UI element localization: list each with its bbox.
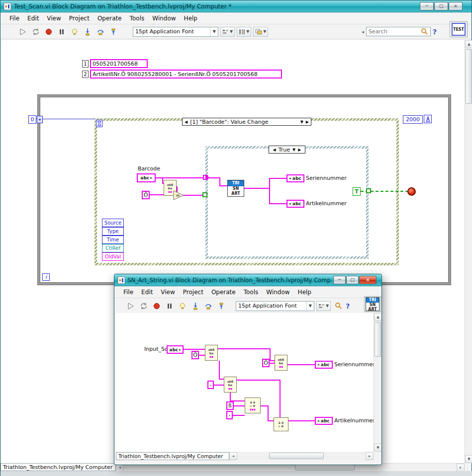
ms-constant[interactable]: 2000 [403,115,423,124]
menu-project[interactable]: Project [65,13,94,23]
scroll-down-icon[interactable]: ▼ [465,455,472,463]
menu-tools[interactable]: Tools [240,287,263,297]
run-continuous-button[interactable] [30,26,41,37]
font-selector[interactable]: 15pt Application Font ▼ [133,27,218,37]
menu-window[interactable]: Window [262,287,293,297]
step-over-button[interactable] [203,301,214,312]
scroll-down-icon[interactable]: ▼ [374,444,382,452]
event-field-type[interactable]: Type [102,227,124,236]
timeout-constant[interactable]: 0 [28,115,36,124]
highlight-execution-button[interactable] [177,301,188,312]
sub-vertical-scrollbar[interactable]: ▲ ▼ [374,313,381,452]
main-vertical-scrollbar[interactable]: ▲ ▼ [465,40,472,463]
menu-tools[interactable]: Tools [126,13,149,23]
align-objects-button[interactable]: ▼ [220,27,235,37]
scroll-up-icon[interactable]: ▲ [374,313,382,321]
scroll-left-icon[interactable]: ◂ [229,452,237,460]
search-collapse-icon[interactable]: ◂ [362,29,364,34]
h-scroll-thumb[interactable] [269,453,324,459]
sn-art-subvi[interactable]: TRI SN ART [227,180,244,197]
scroll-right-icon[interactable]: ▸ [366,452,374,460]
eszett-constant[interactable]: ß [226,401,234,410]
case-structure-selector[interactable]: ◀ True ▼ ▶ [269,146,305,154]
seriennummer-indicator[interactable]: ▸ abc [286,174,304,182]
menu-window[interactable]: Window [148,13,180,23]
step-out-button[interactable] [108,26,119,37]
search-icon[interactable] [421,28,428,35]
search-input[interactable] [369,28,419,35]
dash-constant-2[interactable]: - [226,411,233,419]
menu-operate[interactable]: Operate [207,287,240,297]
string-match-node-1[interactable]: abßba▪▪ [205,345,218,361]
event-timeout-terminal-icon[interactable] [96,120,102,127]
step-into-button[interactable] [82,26,93,37]
sub-horizontal-scrollbar[interactable]: ◂ ▸ [229,452,374,460]
barcode-string-control[interactable]: abc ▸ [137,173,156,182]
highlight-execution-button[interactable] [69,26,80,37]
string-constant-article[interactable]: ArtikelßNr.Ö 90ß0255280001 - SerienßNr.Ö… [90,70,282,79]
event-prev-icon[interactable]: ◀ [185,120,188,124]
artikelnummer-indicator[interactable]: ▸ abc [286,200,304,208]
true-constant[interactable]: T [353,187,361,196]
event-next-icon[interactable]: ▶ [306,120,309,124]
wait-ms-icon[interactable] [424,115,432,123]
scroll-right-icon[interactable]: ▸ [457,464,465,472]
o-umlaut-constant-1[interactable]: Ö [191,351,199,359]
minimize-button[interactable]: ─ [333,276,346,284]
step-over-button[interactable] [95,26,106,37]
maximize-button[interactable]: □ [346,276,359,284]
equals-node[interactable]: = [173,190,185,200]
event-field-ctlref[interactable]: CtlRef [102,244,124,252]
string-constant-serial[interactable]: 0505201700568 [90,59,148,68]
distribute-objects-button[interactable]: ▼ [237,27,251,37]
menu-edit[interactable]: Edit [23,13,43,23]
close-button[interactable]: × [359,276,377,284]
abort-button[interactable] [151,301,162,312]
maximize-button[interactable]: □ [434,2,448,10]
input-scan-control[interactable]: abc ▸ [167,345,184,354]
resize-objects-button[interactable]: ▼ [253,27,268,37]
font-selector[interactable]: 15pt Application Font ▼ [236,301,314,311]
vi-icon-test[interactable]: TEST [450,21,468,37]
scroll-up-icon[interactable]: ▲ [465,40,472,48]
iteration-terminal[interactable]: i [42,273,50,281]
menu-file[interactable]: File [5,13,23,23]
sub-block-diagram-canvas[interactable]: Input_Scan abc ▸ Ö abßba▪▪ Ö abßba▪▪ ▸ a… [115,313,374,452]
vi-icon-sn-art[interactable]: TRI SN ART [364,296,381,312]
string-match-node-3[interactable]: abßba▪▪ [224,377,237,393]
menu-help[interactable]: Help [180,13,201,23]
menu-edit[interactable]: Edit [137,287,157,297]
case-selector-tunnel[interactable] [202,192,207,197]
close-button[interactable]: × [449,2,463,10]
event-field-time[interactable]: Time [102,236,124,244]
o-umlaut-constant[interactable]: Ö [142,191,150,199]
step-out-button[interactable] [216,301,227,312]
event-dropdown-icon[interactable]: ▼ [300,120,303,124]
pause-button[interactable] [56,26,67,37]
menu-view[interactable]: View [157,287,179,297]
loop-condition-stop-terminal[interactable] [407,187,416,196]
menu-operate[interactable]: Operate [94,13,126,23]
v-scroll-thumb[interactable] [375,322,381,357]
event-field-oldval[interactable]: OldVal [102,252,124,261]
event-field-source[interactable]: Source [102,219,124,227]
menu-help[interactable]: Help [294,287,315,297]
event-structure-selector[interactable]: ◀ [1] "Barcode": Value Change ▼ ▶ [182,118,311,126]
help-icon[interactable]: ? [433,28,437,36]
case-dropdown-icon[interactable]: ▼ [292,148,295,152]
menu-view[interactable]: View [43,13,65,23]
case-next-icon[interactable]: ▶ [298,148,301,152]
abort-button[interactable] [43,26,54,37]
search-replace-node-2[interactable]: ä ö⌕ # [274,417,288,431]
step-into-button[interactable] [190,301,201,312]
o-umlaut-constant-2[interactable]: Ö [262,359,270,367]
case-output-tunnel[interactable] [366,188,371,193]
artikelnummer-indicator[interactable]: ▸ abc [315,417,333,425]
minimize-button[interactable]: ─ [420,2,434,10]
search-replace-node-1[interactable]: ä ö⌕ #▪▪▪ [245,397,261,413]
v-scroll-thumb[interactable] [466,49,472,104]
run-button[interactable] [17,26,28,37]
event-data-node[interactable]: Source Type Time CtlRef OldVal [102,219,124,261]
pause-button[interactable] [164,301,175,312]
dash-constant-1[interactable]: - [207,381,214,389]
